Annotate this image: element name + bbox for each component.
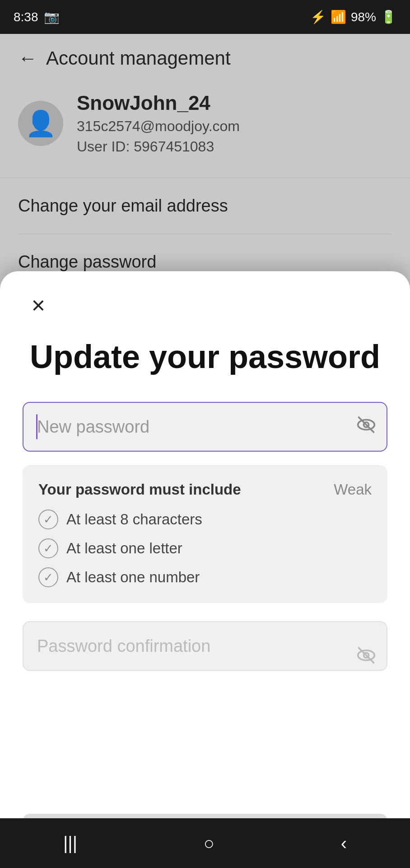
check-circle-letter: ✓: [38, 538, 58, 558]
check-circle-number: ✓: [38, 567, 58, 587]
password-requirements-box: Your password must include Weak ✓ At lea…: [23, 465, 387, 603]
requirements-header: Your password must include Weak: [38, 481, 372, 498]
close-icon: ×: [32, 293, 45, 317]
username: SnowJohn_24: [77, 92, 240, 114]
checkmark-icon-number: ✓: [43, 571, 53, 585]
close-button[interactable]: ×: [23, 289, 54, 321]
cursor-indicator: [36, 415, 37, 439]
requirement-text-length: At least 8 characters: [66, 511, 202, 528]
toggle-confirm-password-visibility-icon[interactable]: [356, 646, 376, 670]
bottom-nav-bar: ||| ○ ‹: [0, 818, 410, 868]
checkmark-icon-letter: ✓: [43, 542, 53, 556]
battery-icon: 🔋: [381, 9, 396, 24]
status-bar: 8:38 📷 ⚡ 📶 98% 🔋: [0, 0, 410, 34]
modal-title: Update your password: [23, 339, 387, 375]
new-password-container: [23, 402, 387, 452]
user-info: SnowJohn_24 315c2574@moodjoy.com User ID…: [77, 92, 240, 155]
back-icon: ←: [18, 47, 37, 69]
avatar: 👤: [18, 101, 63, 146]
status-left: 8:38 📷: [14, 9, 60, 24]
recents-nav-icon[interactable]: |||: [63, 833, 77, 854]
requirements-title: Your password must include: [38, 481, 241, 498]
person-icon: 👤: [25, 109, 56, 138]
status-right: ⚡ 📶 98% 🔋: [310, 9, 396, 24]
home-nav-icon[interactable]: ○: [204, 833, 214, 854]
camera-icon: 📷: [44, 9, 60, 24]
requirement-item-length: ✓ At least 8 characters: [38, 509, 372, 529]
user-email: 315c2574@moodjoy.com: [77, 118, 240, 135]
change-email-item[interactable]: Change your email address: [18, 178, 392, 234]
confirm-password-container: [23, 621, 387, 693]
checkmark-icon-length: ✓: [43, 513, 53, 527]
requirement-item-letter: ✓ At least one letter: [38, 538, 372, 558]
requirement-item-number: ✓ At least one number: [38, 567, 372, 587]
requirement-text-letter: At least one letter: [66, 540, 182, 557]
status-time: 8:38: [14, 10, 38, 24]
confirm-password-input[interactable]: [23, 621, 387, 671]
update-password-modal: × Update your password Your password mus…: [0, 271, 410, 868]
page-title: Account management: [46, 47, 231, 69]
new-password-input[interactable]: [23, 402, 387, 452]
user-card: 👤 SnowJohn_24 315c2574@moodjoy.com User …: [18, 92, 392, 155]
back-nav-icon[interactable]: ‹: [341, 833, 347, 854]
user-id: User ID: 5967451083: [77, 138, 240, 155]
background-content: ← Account management 👤 SnowJohn_24 315c2…: [0, 34, 410, 310]
password-strength-label: Weak: [334, 481, 372, 498]
signal-icon: 📶: [331, 9, 346, 24]
bluetooth-icon: ⚡: [310, 9, 326, 24]
battery-text: 98%: [351, 10, 376, 24]
toggle-password-visibility-icon[interactable]: [356, 415, 376, 439]
requirement-text-number: At least one number: [66, 569, 200, 586]
back-navigation: ← Account management: [18, 47, 392, 69]
check-circle-length: ✓: [38, 509, 58, 529]
